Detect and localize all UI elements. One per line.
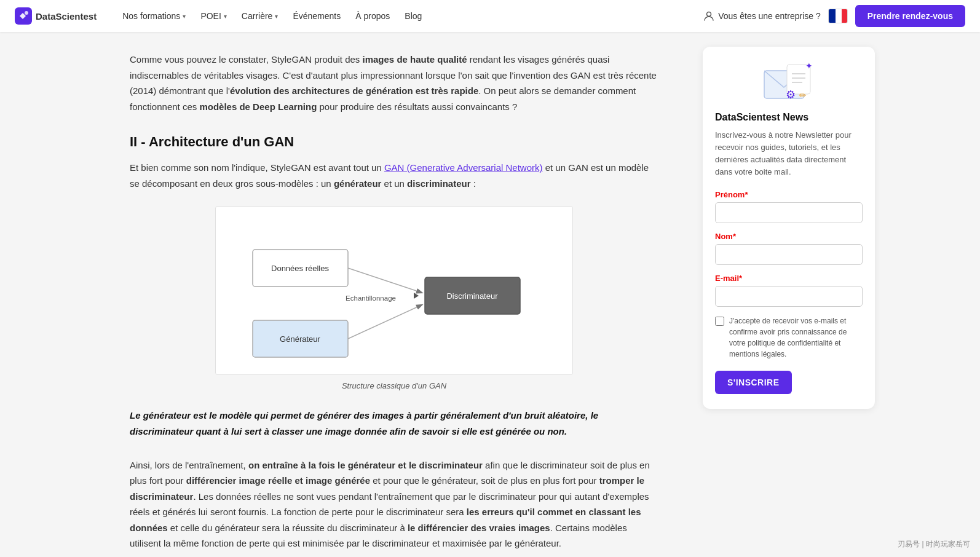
newsletter-desc: Inscrivez-vous à notre Newsletter pour r… — [715, 129, 863, 179]
chevron-down-icon: ▾ — [224, 13, 227, 20]
consent-row: J'accepte de recevoir vos e-mails et con… — [715, 315, 863, 360]
logo-icon — [15, 7, 32, 25]
svg-marker-15 — [414, 293, 419, 299]
svg-text:✏: ✏ — [799, 90, 807, 100]
article-paragraph-1: Et bien comme son nom l'indique, StyleGA… — [130, 160, 658, 191]
newsletter-card: ✦ ⚙ ✏ DataScientest News Inscrivez-vous … — [703, 47, 875, 409]
navbar-right: Vous êtes une entreprise ? Prendre rende… — [703, 5, 965, 27]
diagram-caption: Structure classique d'un GAN — [342, 381, 446, 390]
svg-rect-4 — [836, 9, 842, 23]
svg-line-13 — [348, 305, 422, 339]
navbar: DataScientest Nos formations ▾ POEI ▾ Ca… — [0, 0, 980, 32]
svg-text:Données réelles: Données réelles — [271, 264, 329, 273]
nav-apropos[interactable]: À propos — [349, 7, 396, 25]
page-wrapper: Comme vous pouvez le constater, StyleGAN… — [90, 32, 890, 557]
svg-point-2 — [707, 12, 711, 17]
logo-text: DataScientest — [36, 11, 97, 22]
enterprise-link[interactable]: Vous êtes une entreprise ? — [703, 10, 821, 22]
newsletter-icon-wrapper: ✦ ⚙ ✏ — [715, 61, 863, 105]
article-blockquote: Le générateur est le modèle qui permet d… — [130, 408, 658, 440]
svg-point-1 — [25, 11, 28, 15]
nav-carriere[interactable]: Carrière ▾ — [235, 7, 285, 25]
subscribe-button[interactable]: S'INSCRIRE — [715, 371, 792, 394]
section-title: II - Architecture d'un GAN — [130, 134, 658, 150]
svg-text:Echantillonnage: Echantillonnage — [346, 294, 396, 302]
svg-text:✦: ✦ — [805, 61, 813, 71]
watermark: 刃易号 | 时尚玩家岳可 — [898, 539, 970, 550]
person-icon — [703, 10, 714, 22]
svg-text:Discriminateur: Discriminateur — [446, 291, 498, 301]
svg-text:Générateur: Générateur — [280, 334, 320, 344]
svg-rect-5 — [842, 9, 848, 23]
newsletter-icon: ✦ ⚙ ✏ — [761, 61, 816, 105]
navbar-nav: Nos formations ▾ POEI ▾ Carrière ▾ Événe… — [116, 7, 703, 25]
main-content: Comme vous pouvez le constater, StyleGAN… — [105, 32, 683, 557]
consent-label: J'accepte de recevoir vos e-mails et con… — [729, 315, 863, 360]
consent-checkbox[interactable] — [715, 317, 724, 326]
nav-blog[interactable]: Blog — [398, 7, 428, 25]
article-intro: Comme vous pouvez le constater, StyleGAN… — [130, 52, 658, 114]
gan-link[interactable]: GAN (Generative Adversarial Network) — [384, 162, 543, 173]
prenom-label: Prénom* — [715, 190, 863, 199]
nav-poei[interactable]: POEI ▾ — [194, 7, 232, 25]
language-flag[interactable] — [828, 9, 848, 23]
email-label: E-mail* — [715, 274, 863, 283]
logo[interactable]: DataScientest — [15, 7, 97, 25]
sidebar: ✦ ⚙ ✏ DataScientest News Inscrivez-vous … — [703, 32, 875, 409]
gan-diagram-svg: Données réelles Générateur Discriminateu… — [240, 219, 548, 360]
chevron-down-icon: ▾ — [275, 13, 278, 20]
gan-diagram: Données réelles Générateur Discriminateu… — [130, 206, 658, 390]
nav-evenements[interactable]: Événements — [286, 7, 347, 25]
svg-text:⚙: ⚙ — [786, 89, 796, 101]
chevron-down-icon: ▾ — [183, 13, 186, 20]
newsletter-title: DataScientest News — [715, 112, 863, 123]
nav-nos-formations[interactable]: Nos formations ▾ — [116, 7, 192, 25]
nom-label: Nom* — [715, 232, 863, 241]
svg-rect-3 — [829, 9, 836, 23]
nom-input[interactable] — [715, 244, 863, 265]
article-paragraph-2: Ainsi, lors de l'entraînement, on entraî… — [130, 457, 658, 551]
cta-button[interactable]: Prendre rendez-vous — [855, 5, 965, 27]
diagram-svg-wrapper: Données réelles Générateur Discriminateu… — [215, 206, 573, 375]
svg-line-12 — [348, 268, 422, 293]
email-input[interactable] — [715, 286, 863, 307]
prenom-input[interactable] — [715, 202, 863, 223]
